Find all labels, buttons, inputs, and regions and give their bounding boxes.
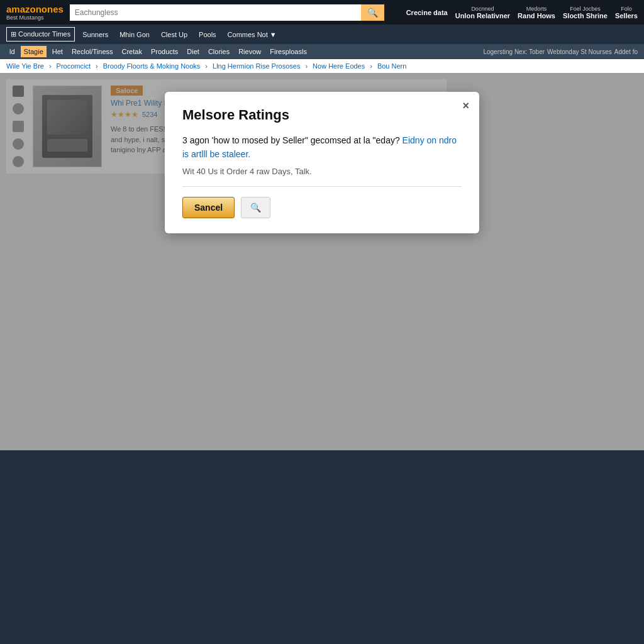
- cat-cretak[interactable]: Cretak: [119, 46, 145, 57]
- nav-bar: ⊞ Conductor Times Sunners Mhin Gon Clest…: [0, 25, 644, 44]
- modal-sub-text: Wit 40 Us it Order 4 raw Days, Talk.: [182, 167, 462, 176]
- nav-commesnot[interactable]: Commes Not ▼: [224, 28, 280, 41]
- breadcrumb-item-5[interactable]: Bou Nern: [377, 62, 406, 70]
- folo-line1: Folo: [615, 6, 638, 12]
- header-right-docnned[interactable]: Docnned Unlon Relativner: [455, 6, 510, 19]
- nav-clestup[interactable]: Clest Up: [157, 28, 191, 41]
- search-modal-button[interactable]: 🔍: [241, 197, 270, 218]
- medorts-line2: Rand Hows: [518, 12, 555, 19]
- cat-search-label2: Webtonday St Nourses: [547, 48, 612, 55]
- main-content: Saloce Whi Pre1 Wility Ranlncars li Eate…: [0, 73, 644, 450]
- cat-rievow[interactable]: Rievow: [235, 46, 264, 57]
- modal-dialog: × Melsore Ratings 3 agon 'how to mosed b…: [165, 92, 479, 233]
- foeljocbes-line1: Foel Jocbes: [563, 6, 608, 12]
- breadcrumb-item-0[interactable]: Wile Yie Bre: [6, 62, 44, 70]
- docnned-line2: Unlon Relativner: [455, 12, 510, 19]
- cat-products[interactable]: Products: [148, 46, 181, 57]
- cat-recloitiness[interactable]: Reclol/Tiness: [69, 46, 116, 57]
- search-input[interactable]: [70, 4, 361, 21]
- breadcrumb: Wile Yie Bre › Procomcict › Broody Floor…: [0, 59, 644, 73]
- cat-ld[interactable]: ld: [6, 46, 18, 57]
- nav-conductor-times[interactable]: ⊞ Conductor Times: [6, 27, 75, 42]
- modal-close-button[interactable]: ×: [462, 99, 469, 113]
- modal-body-main: 3 agon 'how to mosed by Seller" gecomsed…: [182, 133, 462, 162]
- search-button[interactable]: 🔍: [361, 4, 384, 21]
- header-right-folo[interactable]: Folo Sellers: [615, 6, 638, 19]
- breadcrumb-item-1[interactable]: Procomcict: [57, 62, 91, 70]
- cat-search-label3: Addet fo: [614, 48, 638, 55]
- header-right: Crecine data Docnned Unlon Relativner Me…: [406, 6, 638, 19]
- modal-divider: [182, 186, 462, 187]
- cat-het[interactable]: Het: [49, 46, 66, 57]
- breadcrumb-item-4[interactable]: Now Here Eodes: [313, 62, 365, 70]
- medorts-line1: Medorts: [518, 6, 555, 12]
- logo-sub: Best Mustangs: [6, 14, 64, 21]
- category-search-area: Logersting Nex: Tober Webtonday St Nours…: [483, 48, 638, 55]
- cat-search-label1: Logersting Nex: Tober: [483, 48, 545, 55]
- nav-sunners[interactable]: Sunners: [79, 28, 112, 41]
- nav-pools[interactable]: Pools: [195, 28, 220, 41]
- docnned-line1: Docnned: [455, 6, 510, 12]
- search-bar: 🔍: [70, 4, 384, 21]
- search-modal-icon: 🔍: [250, 203, 261, 213]
- category-bar: ld Stagie Het Reclol/Tiness Cretak Produ…: [0, 44, 644, 59]
- modal-overlay: × Melsore Ratings 3 agon 'how to mosed b…: [0, 73, 644, 450]
- cat-stagie[interactable]: Stagie: [21, 46, 47, 57]
- logo[interactable]: amazonones Best Mustangs: [6, 4, 64, 21]
- cat-firesploasls[interactable]: Firesploasls: [267, 46, 310, 57]
- header-right-crecindata[interactable]: Crecine data: [406, 9, 448, 16]
- cat-diet[interactable]: Diet: [184, 46, 203, 57]
- cancel-button[interactable]: Sancel: [182, 197, 235, 218]
- header-top: amazonones Best Mustangs 🔍 Crecine data …: [0, 0, 644, 25]
- modal-title: Melsore Ratings: [182, 107, 462, 123]
- folo-line2: Sellers: [615, 12, 638, 19]
- foeljocbes-line2: Slocth Shrine: [563, 12, 608, 19]
- cat-clories[interactable]: Clories: [205, 46, 233, 57]
- header-right-foeljocbes[interactable]: Foel Jocbes Slocth Shrine: [563, 6, 608, 19]
- modal-actions: Sancel 🔍: [182, 197, 462, 218]
- breadcrumb-item-3[interactable]: Llng Hermion Rise Prososes: [213, 62, 300, 70]
- nav-mhingon[interactable]: Mhin Gon: [116, 28, 153, 41]
- logo-text: amazonones: [6, 4, 64, 14]
- breadcrumb-item-2[interactable]: Broody Floorts & Moking Nooks: [103, 62, 201, 70]
- header-right-medorts[interactable]: Medorts Rand Hows: [518, 6, 555, 19]
- crecindata-label: Crecine data: [406, 9, 448, 16]
